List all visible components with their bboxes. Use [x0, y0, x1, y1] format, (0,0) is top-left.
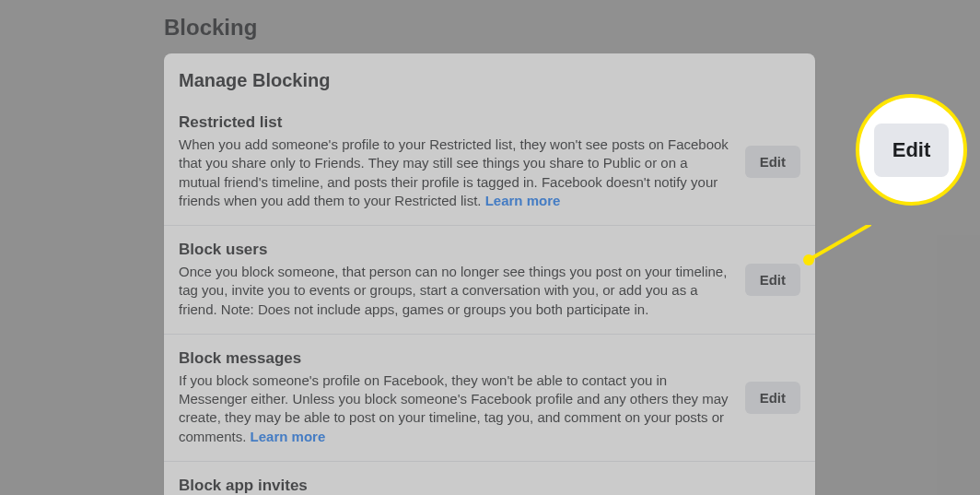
section-desc-text: When you add someone's profile to your R… — [179, 136, 729, 208]
page-title: Blocking — [164, 15, 257, 41]
edit-button-restricted[interactable]: Edit — [745, 146, 800, 178]
section-title: Block users — [179, 241, 730, 259]
section-content: Block messages If you block someone's pr… — [179, 349, 730, 446]
blocking-card: Manage Blocking Restricted list When you… — [164, 53, 815, 495]
svg-line-1 — [809, 225, 869, 260]
learn-more-link[interactable]: Learn more — [485, 193, 561, 208]
edit-button-messages[interactable]: Edit — [745, 382, 800, 414]
section-content: Block users Once you block someone, that… — [179, 241, 730, 319]
card-heading: Manage Blocking — [164, 53, 815, 113]
section-title: Block app invites — [179, 477, 730, 495]
edit-button-users[interactable]: Edit — [745, 264, 800, 296]
section-desc: When you add someone's profile to your R… — [179, 136, 730, 210]
section-restricted-list: Restricted list When you add someone's p… — [164, 113, 815, 225]
learn-more-link[interactable]: Learn more — [251, 429, 326, 444]
section-content: Block app invites Once you block app inv… — [179, 477, 730, 495]
section-desc: Once you block someone, that person can … — [179, 263, 730, 319]
section-block-users: Block users Once you block someone, that… — [164, 225, 815, 334]
section-desc-text: Once you block someone, that person can … — [179, 264, 727, 317]
section-title: Block messages — [179, 349, 730, 368]
callout-edit-button[interactable]: Edit — [874, 124, 950, 177]
section-desc: If you block someone's profile on Facebo… — [179, 371, 730, 446]
section-title: Restricted list — [179, 113, 730, 132]
section-block-app-invites: Block app invites Once you block app inv… — [164, 461, 815, 495]
section-content: Restricted list When you add someone's p… — [179, 113, 730, 210]
callout-circle: Edit — [856, 94, 967, 206]
section-block-messages: Block messages If you block someone's pr… — [164, 334, 815, 461]
